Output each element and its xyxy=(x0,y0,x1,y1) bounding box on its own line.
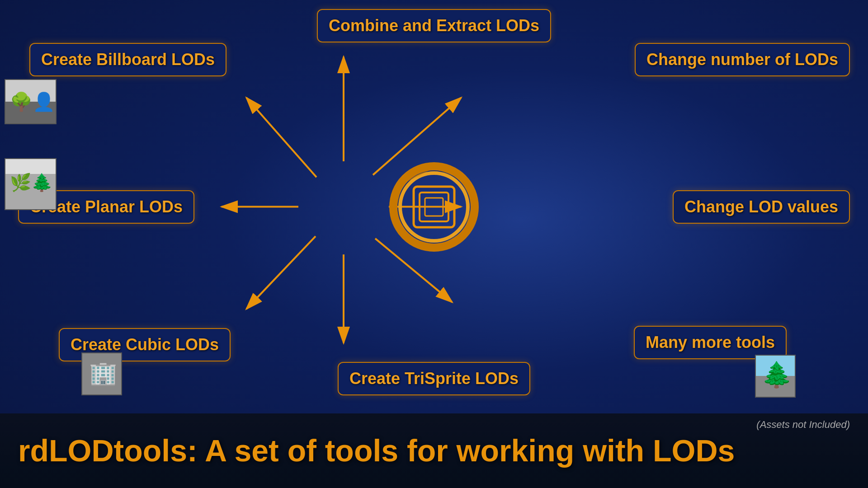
svg-rect-13 xyxy=(420,192,448,221)
assets-note: (Assets not Included) xyxy=(756,419,850,431)
combine-label: Combine and Extract LODs xyxy=(329,16,539,35)
thumbnail-pine xyxy=(755,355,796,398)
more-tools-label: Many more tools xyxy=(646,333,775,352)
svg-point-10 xyxy=(393,166,475,248)
thumbnail-building xyxy=(81,352,122,395)
center-circle xyxy=(389,162,479,252)
trisprite-label: Create TriSprite LODs xyxy=(349,369,519,388)
change-val-label: Change LOD values xyxy=(684,197,838,216)
lod-icon xyxy=(389,162,479,252)
box-change-num: Change number of LODs xyxy=(635,43,850,76)
box-more-tools: Many more tools xyxy=(634,326,787,359)
thumbnail-tree-person xyxy=(5,79,57,124)
box-combine: Combine and Extract LODs xyxy=(317,9,551,42)
box-billboard: Create Billboard LODs xyxy=(29,43,226,76)
box-trisprite: Create TriSprite LODs xyxy=(338,362,530,395)
bottom-title: rdLODtools: A set of tools for working w… xyxy=(18,432,850,469)
bottom-bar: (Assets not Included) rdLODtools: A set … xyxy=(0,413,868,488)
box-change-val: Change LOD values xyxy=(673,190,850,224)
thumbnail-trees xyxy=(5,158,57,210)
svg-line-3 xyxy=(246,98,316,177)
change-num-label: Change number of LODs xyxy=(646,50,838,69)
svg-line-7 xyxy=(246,236,316,309)
diagram-area: Combine and Extract LODs Create Billboar… xyxy=(0,0,868,413)
svg-rect-14 xyxy=(425,198,443,216)
svg-point-11 xyxy=(400,173,468,241)
billboard-label: Create Billboard LODs xyxy=(41,50,215,69)
cubic-label: Create Cubic LODs xyxy=(71,335,219,354)
